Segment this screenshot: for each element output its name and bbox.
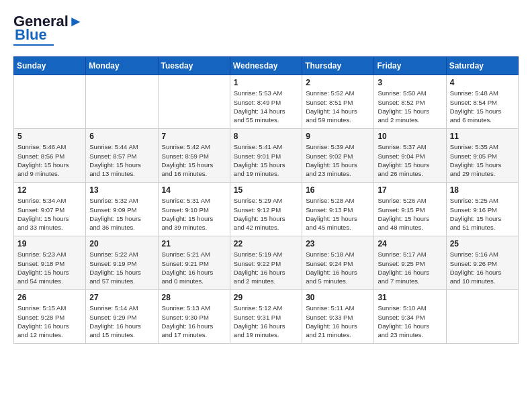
page-header: General► Blue — [13, 13, 519, 46]
day-number: 7 — [162, 132, 226, 141]
calendar-day-cell: 1Sunrise: 5:53 AM Sunset: 8:49 PM Daylig… — [230, 75, 302, 129]
day-info: Sunrise: 5:26 AM Sunset: 9:15 PM Dayligh… — [378, 196, 442, 232]
day-info: Sunrise: 5:48 AM Sunset: 8:54 PM Dayligh… — [450, 89, 515, 124]
calendar-day-cell: 12Sunrise: 5:34 AM Sunset: 9:07 PM Dayli… — [14, 183, 86, 236]
calendar-week-row: 12Sunrise: 5:34 AM Sunset: 9:07 PM Dayli… — [14, 183, 519, 236]
calendar-day-cell: 14Sunrise: 5:31 AM Sunset: 9:10 PM Dayli… — [158, 183, 230, 236]
day-info: Sunrise: 5:35 AM Sunset: 9:05 PM Dayligh… — [450, 142, 515, 178]
calendar-day-cell: 27Sunrise: 5:14 AM Sunset: 9:29 PM Dayli… — [86, 290, 158, 344]
day-number: 26 — [17, 293, 82, 302]
day-info: Sunrise: 5:50 AM Sunset: 8:52 PM Dayligh… — [378, 89, 442, 124]
day-info: Sunrise: 5:12 AM Sunset: 9:31 PM Dayligh… — [234, 304, 298, 339]
calendar-day-cell: 11Sunrise: 5:35 AM Sunset: 9:05 PM Dayli… — [446, 129, 518, 183]
day-number: 15 — [234, 185, 298, 195]
weekday-header-cell: Saturday — [446, 57, 518, 75]
calendar-day-cell: 18Sunrise: 5:25 AM Sunset: 9:16 PM Dayli… — [446, 183, 518, 236]
day-info: Sunrise: 5:32 AM Sunset: 9:09 PM Dayligh… — [89, 196, 154, 232]
day-info: Sunrise: 5:22 AM Sunset: 9:19 PM Dayligh… — [89, 250, 154, 285]
logo-blue-text: Blue — [15, 27, 47, 43]
day-number: 23 — [306, 239, 370, 248]
day-number: 20 — [89, 239, 154, 248]
day-number: 8 — [234, 132, 298, 141]
day-info: Sunrise: 5:16 AM Sunset: 9:26 PM Dayligh… — [450, 250, 515, 285]
day-info: Sunrise: 5:11 AM Sunset: 9:33 PM Dayligh… — [306, 304, 370, 339]
weekday-header-cell: Wednesday — [230, 57, 302, 75]
calendar-day-cell: 2Sunrise: 5:52 AM Sunset: 8:51 PM Daylig… — [302, 75, 374, 129]
weekday-header-cell: Friday — [374, 57, 446, 75]
day-info: Sunrise: 5:52 AM Sunset: 8:51 PM Dayligh… — [306, 89, 370, 124]
day-info: Sunrise: 5:13 AM Sunset: 9:30 PM Dayligh… — [162, 304, 226, 339]
day-info: Sunrise: 5:18 AM Sunset: 9:24 PM Dayligh… — [306, 250, 370, 285]
weekday-header-cell: Sunday — [14, 57, 86, 75]
day-number: 24 — [378, 239, 442, 248]
day-number: 1 — [234, 78, 298, 87]
day-info: Sunrise: 5:28 AM Sunset: 9:13 PM Dayligh… — [306, 196, 370, 232]
day-info: Sunrise: 5:23 AM Sunset: 9:18 PM Dayligh… — [17, 250, 82, 285]
calendar-day-cell — [86, 75, 158, 129]
calendar-day-cell: 19Sunrise: 5:23 AM Sunset: 9:18 PM Dayli… — [14, 236, 86, 290]
day-number: 18 — [450, 185, 515, 195]
day-number: 11 — [450, 132, 515, 141]
calendar-day-cell: 22Sunrise: 5:19 AM Sunset: 9:22 PM Dayli… — [230, 236, 302, 290]
day-number: 9 — [306, 132, 370, 141]
day-info: Sunrise: 5:10 AM Sunset: 9:34 PM Dayligh… — [378, 304, 442, 339]
weekday-header-row: SundayMondayTuesdayWednesdayThursdayFrid… — [14, 57, 519, 75]
day-info: Sunrise: 5:29 AM Sunset: 9:12 PM Dayligh… — [234, 196, 298, 232]
calendar-day-cell: 30Sunrise: 5:11 AM Sunset: 9:33 PM Dayli… — [302, 290, 374, 344]
weekday-header-cell: Monday — [86, 57, 158, 75]
calendar-week-row: 19Sunrise: 5:23 AM Sunset: 9:18 PM Dayli… — [14, 236, 519, 290]
day-number: 27 — [89, 293, 154, 302]
day-number: 2 — [306, 78, 370, 87]
day-number: 31 — [378, 293, 442, 302]
calendar-day-cell: 10Sunrise: 5:37 AM Sunset: 9:04 PM Dayli… — [374, 129, 446, 183]
day-number: 28 — [162, 293, 226, 302]
calendar-day-cell: 24Sunrise: 5:17 AM Sunset: 9:25 PM Dayli… — [374, 236, 446, 290]
day-number: 21 — [162, 239, 226, 248]
calendar-week-row: 26Sunrise: 5:15 AM Sunset: 9:28 PM Dayli… — [14, 290, 519, 344]
calendar-day-cell: 20Sunrise: 5:22 AM Sunset: 9:19 PM Dayli… — [86, 236, 158, 290]
calendar-week-row: 5Sunrise: 5:46 AM Sunset: 8:56 PM Daylig… — [14, 129, 519, 183]
day-info: Sunrise: 5:15 AM Sunset: 9:28 PM Dayligh… — [17, 304, 82, 339]
day-number: 6 — [89, 132, 154, 141]
calendar-day-cell: 5Sunrise: 5:46 AM Sunset: 8:56 PM Daylig… — [14, 129, 86, 183]
calendar-day-cell: 29Sunrise: 5:12 AM Sunset: 9:31 PM Dayli… — [230, 290, 302, 344]
calendar-day-cell: 15Sunrise: 5:29 AM Sunset: 9:12 PM Dayli… — [230, 183, 302, 236]
day-info: Sunrise: 5:39 AM Sunset: 9:02 PM Dayligh… — [306, 142, 370, 178]
calendar-week-row: 1Sunrise: 5:53 AM Sunset: 8:49 PM Daylig… — [14, 75, 519, 129]
calendar-body: 1Sunrise: 5:53 AM Sunset: 8:49 PM Daylig… — [14, 75, 519, 344]
calendar-day-cell: 16Sunrise: 5:28 AM Sunset: 9:13 PM Dayli… — [302, 183, 374, 236]
calendar-day-cell: 31Sunrise: 5:10 AM Sunset: 9:34 PM Dayli… — [374, 290, 446, 344]
logo: General► Blue — [13, 13, 83, 46]
day-number: 22 — [234, 239, 298, 248]
weekday-header-cell: Tuesday — [158, 57, 230, 75]
day-info: Sunrise: 5:17 AM Sunset: 9:25 PM Dayligh… — [378, 250, 442, 285]
day-info: Sunrise: 5:53 AM Sunset: 8:49 PM Dayligh… — [234, 89, 298, 124]
day-number: 13 — [89, 185, 154, 195]
day-number: 30 — [306, 293, 370, 302]
day-info: Sunrise: 5:37 AM Sunset: 9:04 PM Dayligh… — [378, 142, 442, 178]
day-number: 14 — [162, 185, 226, 195]
day-number: 16 — [306, 185, 370, 195]
day-number: 4 — [450, 78, 515, 87]
day-number: 12 — [17, 185, 82, 195]
calendar-day-cell: 8Sunrise: 5:41 AM Sunset: 9:01 PM Daylig… — [230, 129, 302, 183]
calendar-day-cell: 26Sunrise: 5:15 AM Sunset: 9:28 PM Dayli… — [14, 290, 86, 344]
day-info: Sunrise: 5:46 AM Sunset: 8:56 PM Dayligh… — [17, 142, 82, 178]
day-info: Sunrise: 5:21 AM Sunset: 9:21 PM Dayligh… — [162, 250, 226, 285]
day-number: 3 — [378, 78, 442, 87]
day-info: Sunrise: 5:19 AM Sunset: 9:22 PM Dayligh… — [234, 250, 298, 285]
day-number: 17 — [378, 185, 442, 195]
calendar-day-cell — [158, 75, 230, 129]
calendar-day-cell: 3Sunrise: 5:50 AM Sunset: 8:52 PM Daylig… — [374, 75, 446, 129]
calendar-day-cell: 28Sunrise: 5:13 AM Sunset: 9:30 PM Dayli… — [158, 290, 230, 344]
day-info: Sunrise: 5:41 AM Sunset: 9:01 PM Dayligh… — [234, 142, 298, 178]
calendar-day-cell: 17Sunrise: 5:26 AM Sunset: 9:15 PM Dayli… — [374, 183, 446, 236]
day-number: 25 — [450, 239, 515, 248]
calendar-day-cell: 13Sunrise: 5:32 AM Sunset: 9:09 PM Dayli… — [86, 183, 158, 236]
calendar-day-cell: 25Sunrise: 5:16 AM Sunset: 9:26 PM Dayli… — [446, 236, 518, 290]
calendar-day-cell — [446, 290, 518, 344]
calendar-table: SundayMondayTuesdayWednesdayThursdayFrid… — [13, 56, 519, 344]
day-info: Sunrise: 5:31 AM Sunset: 9:10 PM Dayligh… — [162, 196, 226, 232]
day-number: 19 — [17, 239, 82, 248]
calendar-day-cell: 4Sunrise: 5:48 AM Sunset: 8:54 PM Daylig… — [446, 75, 518, 129]
